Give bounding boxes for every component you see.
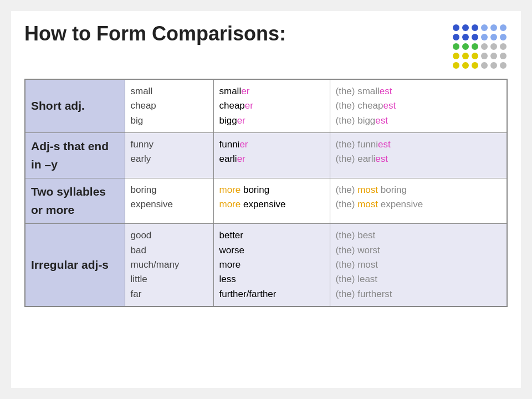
page-container: How to Form Comparisons: Short adj.small… [11,11,521,388]
comparisons-table: Short adj.small cheap bigsmallercheaperb… [24,79,508,307]
decorative-dot [481,43,488,50]
decorative-dot [500,24,507,31]
decorative-dot [453,24,459,31]
decorative-dot [481,34,488,40]
decorative-dot [490,34,497,40]
decorative-dot [500,43,507,50]
decorative-dot [462,43,469,50]
superlative-cell: (the) smallest(the) cheapest(the) bigges… [330,79,507,133]
comparative-cell: funnierearlier [213,133,330,178]
decorative-dot [462,24,469,31]
decorative-dot [500,62,507,69]
comparative-cell: more boringmore expensive [213,178,330,224]
decorative-dot [453,34,459,40]
category-cell: Irregular adj-s [25,224,125,306]
decorative-dot [462,34,469,40]
decorative-dot [472,62,478,69]
decorative-dot [453,62,459,69]
decorative-dot [453,43,459,50]
superlative-cell: (the) best(the) worst(the) most(the) lea… [330,224,507,306]
decorative-dot [490,62,497,69]
table-row: Two syllables or moreboring expensivemor… [25,178,507,224]
base-cell: good bad much/many little far [125,224,213,306]
decorative-dot [490,43,497,50]
superlative-cell: (the) funniest(the) earliest [330,133,507,178]
base-cell: small cheap big [125,79,213,133]
page-title: How to Form Comparisons: [24,22,286,45]
header-area: How to Form Comparisons: [24,22,508,70]
decorative-dot [462,53,469,59]
category-cell: Adj-s that end in –y [25,133,125,178]
decorative-dot [472,24,478,31]
decorative-dot [472,53,478,59]
decorative-dot [453,53,459,59]
comparative-cell: betterworsemorelessfurther/farther [213,224,330,306]
base-cell: boring expensive [125,178,213,224]
decorative-dots [453,24,508,70]
category-cell: Two syllables or more [25,178,125,224]
decorative-dot [462,62,469,69]
decorative-dot [481,53,488,59]
decorative-dot [500,34,507,40]
category-cell: Short adj. [25,79,125,133]
comparative-cell: smallercheaperbigger [213,79,330,133]
table-row: Short adj.small cheap bigsmallercheaperb… [25,79,507,133]
table-row: Adj-s that end in –yfunny earlyfunnierea… [25,133,507,178]
table-row: Irregular adj-sgood bad much/many little… [25,224,507,306]
decorative-dot [481,62,488,69]
decorative-dot [490,24,497,31]
decorative-dot [472,34,478,40]
superlative-cell: (the) most boring(the) most expensive [330,178,507,224]
decorative-dot [500,53,507,59]
decorative-dot [481,24,488,31]
decorative-dot [472,43,478,50]
decorative-dot [490,53,497,59]
base-cell: funny early [125,133,213,178]
